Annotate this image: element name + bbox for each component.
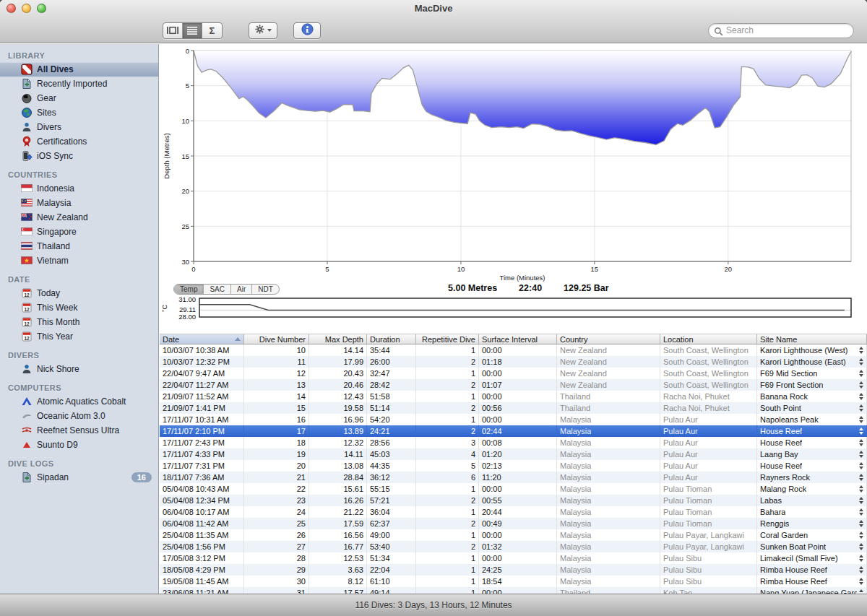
table-row[interactable]: 10/03/07 12:32 PM1117.9926:00201:18New Z… <box>160 356 867 368</box>
cell-repetitive-dive: 2 <box>416 356 479 368</box>
sidebar-item-suunto-d9[interactable]: Suunto D9 <box>0 438 158 452</box>
sidebar-item-this-week[interactable]: 12This Week <box>0 300 158 315</box>
site-name-stepper[interactable] <box>857 451 863 458</box>
overlay-segment-ndt[interactable]: NDT <box>252 285 279 294</box>
sidebar-item-all-dives[interactable]: All Dives <box>0 62 158 77</box>
column-header-repetitive-dive[interactable]: Repetitive Dive <box>416 334 479 344</box>
site-name-stepper[interactable] <box>857 543 863 550</box>
table-row[interactable]: 17/11/07 10:31 AM1616.9654:20100:00Malay… <box>160 414 867 425</box>
cell-country: Thailand <box>557 391 660 402</box>
site-name-stepper[interactable] <box>857 520 863 527</box>
site-name-stepper[interactable] <box>857 416 863 423</box>
sidebar-item-today[interactable]: 12Today <box>0 286 158 300</box>
table-row[interactable]: 10/03/07 10:38 AM1014.1435:44100:00New Z… <box>160 344 867 356</box>
table-row[interactable]: 17/11/07 2:10 PM1713.8924:21202:44Malays… <box>160 425 867 437</box>
site-name-stepper[interactable] <box>857 578 863 585</box>
sidebar-item-certifications[interactable]: Certifications <box>0 134 158 149</box>
site-name-stepper[interactable] <box>857 439 863 446</box>
site-name-stepper[interactable] <box>857 497 863 504</box>
site-name-stepper[interactable] <box>857 485 863 493</box>
table-row[interactable]: 22/04/07 9:47 AM1220.4332:47100:00New Ze… <box>160 368 867 379</box>
sidebar-item-divers[interactable]: Divers <box>0 120 158 134</box>
table-row[interactable]: 22/04/07 11:27 AM1320.4628:42201:07New Z… <box>160 379 867 391</box>
site-name-stepper[interactable] <box>857 566 863 573</box>
site-name-stepper[interactable] <box>857 428 863 435</box>
column-header-location[interactable]: Location <box>660 334 757 344</box>
column-header-dive-number[interactable]: Dive Number <box>244 334 309 344</box>
table-row[interactable]: 06/04/08 10:17 AM2421.2236:04120:44Malay… <box>160 506 867 518</box>
action-gear-button[interactable] <box>249 22 277 39</box>
column-header-max-depth[interactable]: Max Depth <box>309 334 367 344</box>
sidebar-item-nick-shore[interactable]: Nick Shore <box>0 362 158 376</box>
cell-surface-interval: 00:55 <box>479 495 557 506</box>
site-name-stepper[interactable] <box>857 381 863 389</box>
sidebar-item-label: This Month <box>37 317 79 327</box>
flag-new-zealand-icon <box>21 212 33 223</box>
sidebar-item-this-month[interactable]: 12This Month <box>0 315 158 329</box>
sidebar-item-oceanic-atom-3-0[interactable]: Oceanic Atom 3.0 <box>0 409 158 423</box>
sidebar-item-sipadan[interactable]: Sipadan16 <box>0 470 158 485</box>
table-row[interactable]: 25/04/08 11:35 AM2616.5649:00100:00Malay… <box>160 529 867 541</box>
site-name-stepper[interactable] <box>857 370 863 377</box>
cell-surface-interval: 00:00 <box>479 344 557 356</box>
overlay-segment-air[interactable]: Air <box>231 285 252 294</box>
column-header-country[interactable]: Country <box>557 334 660 344</box>
info-button[interactable] <box>293 22 321 39</box>
cell-repetitive-dive: 3 <box>416 437 479 448</box>
table-row[interactable]: 21/09/07 1:41 PM1519.5851:14200:56Thaila… <box>160 402 867 414</box>
site-name-stepper[interactable] <box>857 347 863 354</box>
sidebar-item-thailand[interactable]: Thailand <box>0 239 158 253</box>
table-row[interactable]: 17/05/08 3:12 PM2812.5351:34100:00Malays… <box>160 552 867 564</box>
column-header-date[interactable]: Date <box>160 334 244 344</box>
cell-max-depth: 19.58 <box>309 402 367 414</box>
site-name-stepper[interactable] <box>857 508 863 516</box>
site-name-stepper[interactable] <box>857 393 863 400</box>
table-row[interactable]: 21/09/07 11:52 AM1412.4351:58100:00Thail… <box>160 391 867 402</box>
table-row[interactable]: 06/04/08 11:42 AM2517.5962:37200:49Malay… <box>160 518 867 529</box>
column-header-duration[interactable]: Duration <box>367 334 416 344</box>
site-name-stepper[interactable] <box>857 462 863 469</box>
profile-controls: TempSACAirNDT 5.00 Metres 22:40 129.25 B… <box>160 282 867 296</box>
table-row[interactable]: 17/11/07 2:43 PM1812.3228:56300:08Malays… <box>160 437 867 448</box>
search-input[interactable] <box>708 23 854 38</box>
table-row[interactable]: 17/11/07 7:31 PM2013.0844:35502:13Malays… <box>160 460 867 472</box>
table-row[interactable]: 18/05/08 4:29 PM293.6322:04124:25Malaysi… <box>160 564 867 576</box>
table-row[interactable]: 17/11/07 4:33 PM1914.1145:03401:20Malays… <box>160 448 867 460</box>
sidebar-item-this-year[interactable]: 12This Year <box>0 329 158 344</box>
cell-surface-interval: 00:00 <box>479 529 557 541</box>
site-name-stepper[interactable] <box>857 474 863 481</box>
sidebar-item-atomic-aquatics-cobalt[interactable]: Atomic Aquatics Cobalt <box>0 394 158 409</box>
sidebar-item-indonesia[interactable]: Indonesia <box>0 181 158 196</box>
table-row[interactable]: 25/04/08 1:56 PM2716.7753:40201:32Malays… <box>160 541 867 552</box>
table-row[interactable]: 18/11/07 7:36 AM2128.8436:12611:20Malays… <box>160 472 867 483</box>
sidebar-item-vietnam[interactable]: Vietnam <box>0 253 158 268</box>
column-header-site-name[interactable]: Site Name <box>757 334 867 344</box>
site-name-stepper[interactable] <box>857 555 863 562</box>
sidebar-item-label: All Dives <box>37 64 74 74</box>
overlay-segment-sac[interactable]: SAC <box>204 285 231 294</box>
sidebar-item-sites[interactable]: Sites <box>0 105 158 120</box>
sidebar-item-label: New Zealand <box>37 212 88 222</box>
cell-duration: 49:14 <box>367 587 416 594</box>
overlay-segment-temp[interactable]: Temp <box>174 285 204 294</box>
sidebar-item-new-zealand[interactable]: New Zealand <box>0 210 158 225</box>
table-row[interactable]: 23/06/08 11:21 AM3117.5749:14100:00Thail… <box>160 587 867 594</box>
column-header-surface-interval[interactable]: Surface Interval <box>479 334 557 344</box>
table-row[interactable]: 05/04/08 12:34 PM2316.2657:21200:55Malay… <box>160 495 867 506</box>
site-name-stepper[interactable] <box>857 404 863 412</box>
sidebar-item-ios-sync[interactable]: iOS Sync <box>0 149 158 163</box>
sidebar-item-malaysia[interactable]: Malaysia <box>0 196 158 210</box>
list-view-segment[interactable] <box>183 23 202 38</box>
cell-dive-number: 31 <box>244 587 309 594</box>
flag-vietnam-icon <box>21 255 33 266</box>
sidebar-item-reefnet-sensus-ultra[interactable]: Reefnet Sensus Ultra <box>0 423 158 438</box>
site-name-stepper[interactable] <box>857 358 863 365</box>
sidebar-item-singapore[interactable]: Singapore <box>0 225 158 239</box>
table-row[interactable]: 19/05/08 11:45 AM308.1261:10118:54Malays… <box>160 576 867 587</box>
table-row[interactable]: 05/04/08 10:43 AM2215.6155:15100:00Malay… <box>160 483 867 495</box>
sidebar-item-recently-imported[interactable]: Recently Imported <box>0 77 158 91</box>
summary-view-segment[interactable]: Σ <box>202 23 222 38</box>
sidebar-item-gear[interactable]: Gear <box>0 91 158 105</box>
site-name-stepper[interactable] <box>857 532 863 539</box>
profile-view-segment[interactable] <box>163 23 183 38</box>
